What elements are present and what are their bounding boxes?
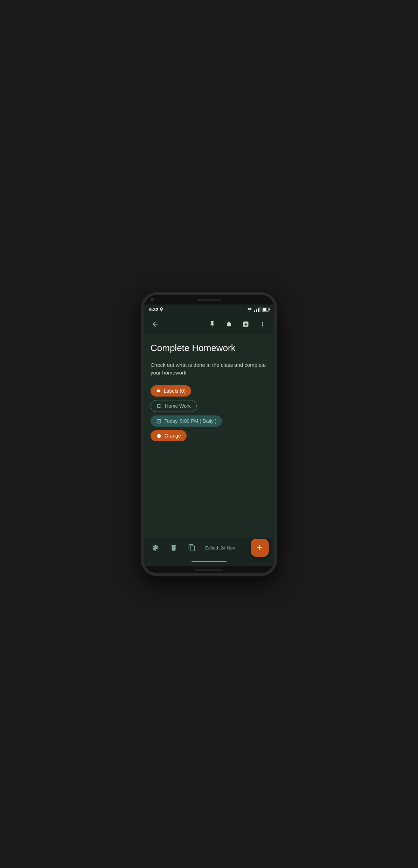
more-button[interactable]	[256, 318, 269, 330]
phone-frame: 6:32	[141, 292, 277, 576]
edited-text: Edited: 24 Nov	[205, 545, 235, 551]
tag-outline-icon	[156, 403, 162, 409]
color-chip[interactable]: Orange	[151, 430, 187, 441]
notification-button[interactable]	[223, 318, 235, 330]
notch-bar	[144, 295, 274, 304]
home-bar	[191, 561, 227, 562]
note-body: Check out what is done in the class and …	[151, 361, 267, 377]
location-icon	[160, 307, 163, 312]
labels-chip[interactable]: Labels (0)	[151, 385, 191, 397]
add-button[interactable]	[251, 539, 269, 557]
labels-chip-text: Labels (0)	[164, 388, 186, 394]
battery-icon	[262, 308, 269, 312]
status-icons	[246, 307, 269, 312]
tag-icon	[156, 388, 161, 393]
speaker	[197, 299, 221, 301]
phone-bottom	[144, 566, 274, 573]
category-chip-text: Home Work	[165, 403, 191, 409]
wifi-icon	[246, 307, 253, 312]
delete-button[interactable]	[167, 541, 180, 554]
duplicate-button[interactable]	[186, 541, 198, 554]
time-display: 6:32	[149, 307, 158, 312]
app-bar-actions	[206, 318, 269, 330]
reminder-chip-text: Today, 9:00 PM ( Daily )	[165, 418, 216, 424]
bottom-bar: Edited: 24 Nov	[144, 538, 274, 558]
status-time: 6:32	[149, 307, 163, 312]
signal-icon	[254, 307, 260, 312]
note-title: Complete Homework	[151, 342, 267, 354]
back-button[interactable]	[149, 318, 162, 330]
phone-top: 6:32	[144, 304, 274, 334]
bottom-speaker	[195, 569, 223, 571]
app-bar	[144, 314, 274, 334]
color-chip-text: Orange	[165, 433, 181, 439]
archive-button[interactable]	[239, 318, 252, 330]
main-content: Complete Homework Check out what is done…	[144, 334, 274, 538]
home-indicator	[144, 558, 274, 566]
chips-container: Labels (0) Home Work Today, 9:00 P	[151, 385, 267, 441]
palette-button[interactable]	[149, 541, 162, 554]
camera	[151, 298, 154, 301]
pin-button[interactable]	[206, 318, 218, 330]
reminder-chip[interactable]: Today, 9:00 PM ( Daily )	[151, 415, 222, 427]
category-chip[interactable]: Home Work	[151, 400, 197, 412]
svg-point-0	[161, 308, 162, 309]
droplet-icon	[156, 433, 162, 439]
clock-icon	[156, 418, 162, 424]
status-bar: 6:32	[144, 304, 274, 314]
